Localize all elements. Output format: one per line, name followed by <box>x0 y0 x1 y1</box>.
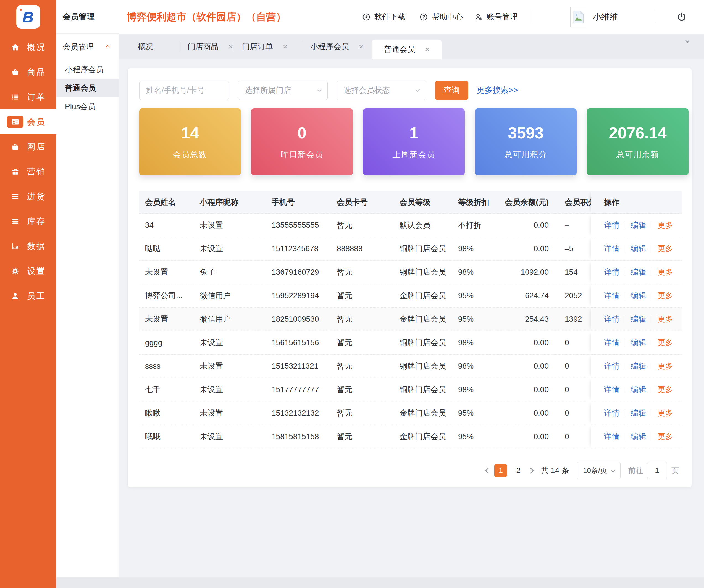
more-link[interactable]: 更多 <box>658 431 673 442</box>
close-icon[interactable]: × <box>283 43 287 51</box>
header-link-software-download[interactable]: 软件下载 <box>362 0 405 34</box>
more-link[interactable]: 更多 <box>658 361 673 371</box>
tab-regular-members[interactable]: 普通会员× <box>372 40 442 59</box>
goto-page-input[interactable] <box>647 462 667 479</box>
more-link[interactable]: 更多 <box>658 314 673 325</box>
sidebar-item-data[interactable]: 数据 <box>0 234 56 258</box>
submenu-item-regular-members[interactable]: 普通会员 <box>56 79 119 97</box>
total-count: 共 14 条 <box>541 465 569 476</box>
more-link[interactable]: 更多 <box>658 385 673 395</box>
search-button[interactable]: 查询 <box>435 81 468 100</box>
edit-link[interactable]: 编辑 <box>631 243 646 254</box>
image-placeholder-icon <box>573 11 584 23</box>
detail-link[interactable]: 详情 <box>604 431 620 442</box>
detail-link[interactable]: 详情 <box>604 408 620 418</box>
page-button-2[interactable]: 2 <box>512 464 525 477</box>
edit-link[interactable]: 编辑 <box>631 267 646 278</box>
pagination: 12 共 14 条 10条/页 前往 页 <box>484 462 679 479</box>
logout-power-button[interactable] <box>677 12 687 22</box>
detail-link[interactable]: 详情 <box>604 290 620 301</box>
edit-link[interactable]: 编辑 <box>631 337 646 348</box>
more-link[interactable]: 更多 <box>658 408 673 418</box>
submenu-item-plus-members[interactable]: Plus会员 <box>56 97 119 116</box>
cell-level: 铜牌门店会员 <box>394 378 452 401</box>
close-icon[interactable]: × <box>229 43 233 51</box>
submenu-group-member-management[interactable]: 会员管理 <box>56 34 119 60</box>
column-header-actions: 操作 <box>591 191 682 213</box>
sidebar-item-label: 营销 <box>27 166 46 177</box>
sidebar-item-orders[interactable]: 订单 <box>0 84 56 109</box>
detail-link[interactable]: 详情 <box>604 385 620 395</box>
tab-overview[interactable]: 概况 <box>138 34 153 59</box>
header-link-help-center[interactable]: 帮助中心 <box>419 0 463 34</box>
sidebar-item-goods[interactable]: 商品 <box>0 60 56 84</box>
more-link[interactable]: 更多 <box>658 220 673 230</box>
edit-link[interactable]: 编辑 <box>631 431 646 442</box>
edit-link[interactable]: 编辑 <box>631 385 646 395</box>
tab-store-goods[interactable]: 门店商品× <box>188 34 233 59</box>
edit-link[interactable]: 编辑 <box>631 220 646 230</box>
more-link[interactable]: 更多 <box>658 337 673 348</box>
close-icon[interactable]: × <box>425 46 429 53</box>
page-button-1[interactable]: 1 <box>494 464 507 477</box>
cell-balance: 1092.00 <box>504 260 559 284</box>
submenu-item-mini-program-members[interactable]: 小程序会员 <box>56 60 119 79</box>
sidebar-item-marketing[interactable]: 营销 <box>0 159 56 184</box>
username[interactable]: 小维维 <box>593 0 618 34</box>
header-link-label: 软件下载 <box>374 12 405 22</box>
edit-link[interactable]: 编辑 <box>631 290 646 301</box>
sidebar-item-online-store[interactable]: 网店 <box>0 134 56 159</box>
avatar[interactable] <box>570 7 587 27</box>
sidebar-item-purchase[interactable]: 进货 <box>0 184 56 209</box>
edit-link[interactable]: 编辑 <box>631 408 646 418</box>
cell-balance: 0.00 <box>504 237 559 260</box>
cell-actions: 详情编辑更多 <box>591 214 682 237</box>
detail-link[interactable]: 详情 <box>604 220 620 230</box>
logo[interactable]: B <box>0 0 56 34</box>
cell-actions: 详情编辑更多 <box>591 260 682 284</box>
sidebar-item-inventory[interactable]: 库存 <box>0 209 56 234</box>
submenu-group-label: 会员管理 <box>63 42 94 52</box>
cell-actions: 详情编辑更多 <box>591 331 682 354</box>
next-page-button[interactable] <box>527 469 535 473</box>
download-icon <box>362 13 370 21</box>
sidebar-item-staff[interactable]: 员工 <box>0 284 56 308</box>
edit-link[interactable]: 编辑 <box>631 314 646 325</box>
detail-link[interactable]: 详情 <box>604 361 620 371</box>
cell-name: 博弈公司... <box>139 284 194 307</box>
store-title: 博弈便利超市（软件园店）（自营） <box>127 0 286 34</box>
sidebar-item-label: 设置 <box>27 266 46 277</box>
bag-icon <box>11 142 19 151</box>
action-divider <box>652 269 652 276</box>
members-table: 会员姓名小程序昵称手机号会员卡号会员等级等级折扣会员余额(元)会员积分操作 34… <box>139 191 682 449</box>
header-link-account-management[interactable]: 账号管理 <box>474 0 518 34</box>
cell-points: 0 <box>559 425 591 448</box>
detail-link[interactable]: 详情 <box>604 337 620 348</box>
edit-link[interactable]: 编辑 <box>631 361 646 371</box>
gear-icon <box>11 267 19 275</box>
cell-nick: 未设置 <box>194 402 266 425</box>
sidebar-item-settings[interactable]: 设置 <box>0 258 56 284</box>
chevron-down-icon <box>611 469 615 472</box>
detail-link[interactable]: 详情 <box>604 243 620 254</box>
more-link[interactable]: 更多 <box>658 267 673 278</box>
detail-link[interactable]: 详情 <box>604 267 620 278</box>
close-icon[interactable]: × <box>359 43 363 51</box>
action-divider <box>625 222 625 229</box>
search-input[interactable] <box>139 81 229 100</box>
prev-page-button[interactable] <box>484 469 492 473</box>
tab-store-orders[interactable]: 门店订单× <box>242 34 287 59</box>
tab-mini-program-members[interactable]: 小程序会员× <box>310 34 363 59</box>
double-chevron-down-icon[interactable] <box>686 41 689 43</box>
more-search-link[interactable]: 更多搜索>> <box>477 85 518 96</box>
sidebar-item-members[interactable]: 会员 <box>0 109 56 134</box>
status-select[interactable]: 选择会员状态 <box>337 81 426 100</box>
more-link[interactable]: 更多 <box>658 290 673 301</box>
app: { "colors": { "primary_orange": "#e8622d… <box>0 0 704 588</box>
detail-link[interactable]: 详情 <box>604 314 620 325</box>
more-link[interactable]: 更多 <box>658 243 673 254</box>
sidebar-item-overview[interactable]: 概况 <box>0 35 56 60</box>
page-size-select[interactable]: 10条/页 <box>577 462 621 479</box>
store-select[interactable]: 选择所属门店 <box>238 81 328 100</box>
cell-discount: 98% <box>452 331 504 354</box>
